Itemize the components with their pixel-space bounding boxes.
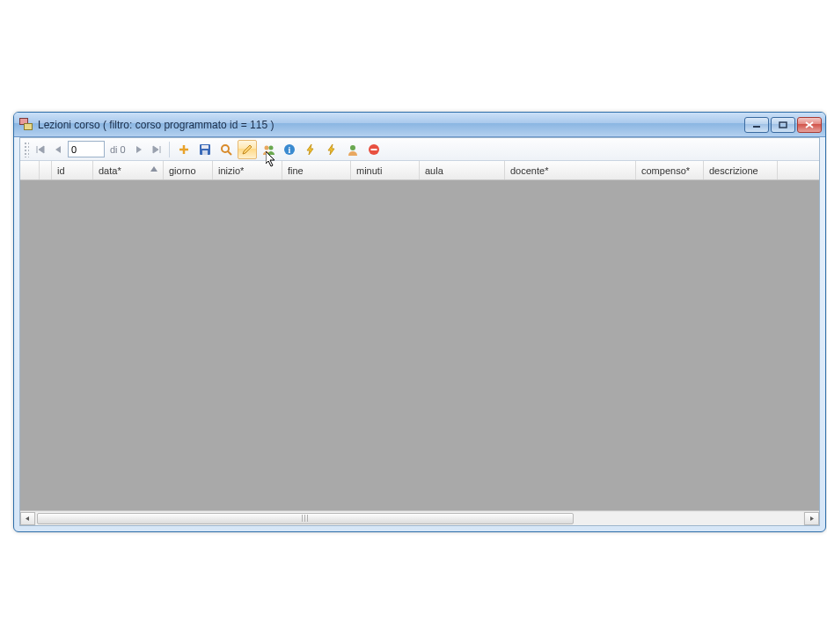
column-label: data*	[99, 165, 121, 176]
svg-rect-1	[779, 122, 787, 128]
add-button[interactable]	[174, 140, 194, 159]
nav-prev-button[interactable]	[50, 141, 66, 158]
column-label: minuti	[356, 165, 382, 176]
maximize-button[interactable]	[771, 117, 795, 133]
save-button[interactable]	[195, 140, 215, 159]
minimize-button[interactable]	[744, 117, 769, 133]
scroll-left-button[interactable]	[20, 512, 35, 525]
window-controls	[744, 117, 822, 133]
minus-circle-icon	[368, 143, 380, 156]
window: Lezioni corso ( filtro: corso programmat…	[13, 112, 826, 532]
nav-of-text: di 0	[106, 144, 129, 155]
column-label: fine	[288, 165, 304, 176]
scroll-track[interactable]	[36, 512, 803, 525]
svg-line-8	[228, 151, 231, 155]
column-label: inizio*	[218, 165, 244, 176]
floppy-icon	[199, 143, 211, 156]
column-header-inizio*[interactable]: inizio*	[213, 161, 282, 179]
users-button[interactable]	[259, 140, 278, 159]
column-header-descrizione[interactable]: descrizione	[704, 161, 778, 179]
lightning-icon	[326, 143, 338, 156]
column-label: id	[57, 165, 65, 176]
column-header-fine[interactable]: fine	[282, 161, 351, 179]
grid-body[interactable]	[20, 180, 819, 510]
column-label: giorno	[169, 165, 196, 176]
column-label: aula	[425, 165, 443, 176]
info-icon: i	[283, 143, 296, 156]
column-header-data*[interactable]: data*	[93, 161, 164, 179]
magnifier-icon	[220, 143, 232, 156]
scroll-right-button[interactable]	[804, 512, 819, 525]
bolt2-button[interactable]	[322, 140, 341, 159]
person-icon	[347, 143, 359, 156]
plus-icon	[178, 143, 190, 156]
nav-last-button[interactable]	[149, 141, 165, 158]
grid-header: iddata*giornoinizio*fineminutiauladocent…	[20, 161, 819, 180]
toolbar-separator	[169, 142, 170, 157]
svg-point-13	[350, 145, 355, 150]
svg-text:i: i	[288, 145, 290, 155]
search-button[interactable]	[216, 140, 236, 159]
pencil-icon	[241, 143, 253, 156]
column-label: compenso*	[641, 165, 690, 176]
toolbar: di 0 i	[20, 138, 819, 161]
people-icon	[262, 143, 274, 156]
column-header-blank1[interactable]	[40, 161, 52, 179]
horizontal-scrollbar[interactable]	[20, 510, 819, 525]
info-button[interactable]: i	[280, 140, 299, 159]
sort-asc-icon	[150, 166, 157, 172]
column-header-minuti[interactable]: minuti	[351, 161, 420, 179]
nav-first-button[interactable]	[33, 141, 48, 158]
toolbar-grip[interactable]	[24, 142, 29, 157]
edit-button[interactable]	[238, 140, 257, 159]
client-area: di 0 i	[19, 137, 820, 526]
column-header-id[interactable]: id	[52, 161, 93, 179]
nav-next-button[interactable]	[131, 141, 147, 158]
user-button[interactable]	[343, 140, 362, 159]
window-title: Lezioni corso ( filtro: corso programmat…	[38, 119, 744, 131]
column-header-docente*[interactable]: docente*	[505, 161, 636, 179]
svg-rect-6	[202, 150, 208, 155]
svg-rect-5	[201, 145, 209, 149]
column-header-blank0[interactable]	[20, 161, 40, 179]
column-label: docente*	[510, 165, 548, 176]
nav-position-input[interactable]	[68, 141, 105, 157]
column-header-compenso*[interactable]: compenso*	[636, 161, 704, 179]
scroll-thumb[interactable]	[37, 513, 574, 524]
column-label: descrizione	[709, 165, 758, 176]
svg-point-9	[264, 145, 268, 150]
column-header-giorno[interactable]: giorno	[164, 161, 213, 179]
close-button[interactable]	[797, 117, 822, 133]
lightning-icon	[304, 143, 317, 156]
column-header-aula[interactable]: aula	[420, 161, 505, 179]
svg-point-7	[222, 145, 229, 152]
svg-point-10	[268, 145, 273, 150]
titlebar[interactable]: Lezioni corso ( filtro: corso programmat…	[14, 113, 825, 137]
delete-button[interactable]	[364, 140, 384, 159]
app-icon	[19, 118, 33, 132]
bolt1-button[interactable]	[301, 140, 320, 159]
